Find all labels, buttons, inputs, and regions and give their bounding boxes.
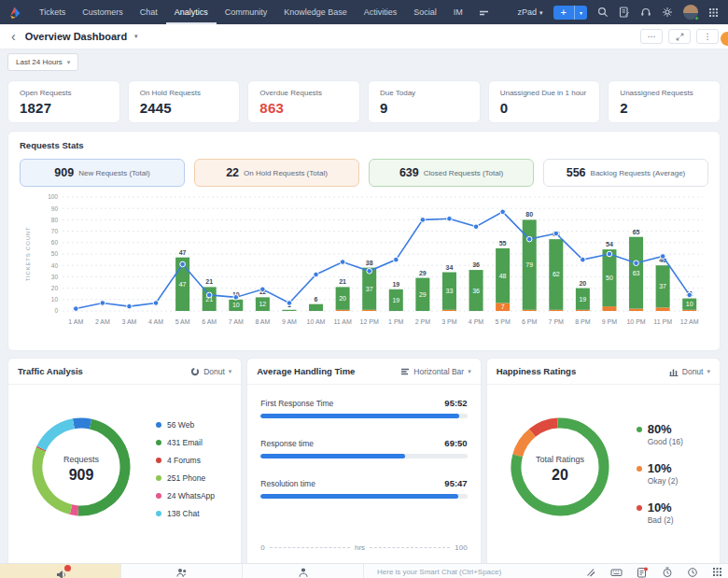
panel-title: Average Handling Time <box>257 366 355 376</box>
back-button[interactable]: ‹ <box>9 30 18 43</box>
svg-text:10 AM: 10 AM <box>307 318 326 325</box>
rating-legend-okay-2-[interactable]: 10%Okay (2) <box>637 461 683 486</box>
pill-value: 556 <box>567 166 586 179</box>
traffic-analysis-panel: Traffic Analysis Donut ▾ Requests909 56 … <box>7 358 242 563</box>
svg-text:36: 36 <box>472 261 480 268</box>
chart-type-selector[interactable]: Donut ▾ <box>190 367 231 376</box>
chart-type-selector[interactable]: Horizontal Bar ▾ <box>400 367 470 376</box>
svg-text:10: 10 <box>232 302 240 308</box>
more-options-button[interactable]: ⋯ <box>640 29 663 44</box>
headset-icon[interactable] <box>640 7 651 18</box>
svg-text:37: 37 <box>659 283 666 289</box>
zia-icon[interactable] <box>585 567 596 578</box>
stat-pill-new-requests-total-[interactable]: 909New Requests (Total) <box>20 159 185 187</box>
chart-type-selector[interactable]: Donut ▾ <box>669 367 710 376</box>
visitor-icon <box>298 567 309 578</box>
rating-legend-bad-2-[interactable]: 10%Bad (2) <box>637 500 683 525</box>
assist-fab[interactable] <box>721 32 728 46</box>
stat-pill-closed-requests-total-[interactable]: 639Closed Requests (Total) <box>369 159 534 187</box>
settings-icon[interactable] <box>662 7 673 18</box>
legend-text: 4 Forums <box>167 456 201 465</box>
kpi-card-unassigned-requests[interactable]: Unassigned Requests2 <box>608 80 721 123</box>
workspace-switcher[interactable]: zPad ▾ <box>518 7 543 17</box>
chevron-down-icon: ▾ <box>574 6 587 20</box>
svg-text:62: 62 <box>553 271 560 277</box>
nav-item-chat[interactable]: Chat <box>132 0 166 24</box>
announcements-tab[interactable] <box>0 564 121 578</box>
chevron-down-icon: ▾ <box>539 9 543 16</box>
agents-tab[interactable] <box>121 564 243 578</box>
chevron-down-icon[interactable]: ▾ <box>134 33 138 40</box>
legend-item-56-web[interactable]: 56 Web <box>156 420 215 430</box>
happiness-legend: 80%Good (16)10%Okay (2)10%Bad (2) <box>637 405 683 525</box>
rating-legend-good-16-[interactable]: 80%Good (16) <box>637 422 683 446</box>
legend-item-251-phone[interactable]: 251 Phone <box>156 473 215 483</box>
svg-text:90: 90 <box>51 205 59 212</box>
svg-text:21: 21 <box>339 278 346 285</box>
svg-text:2 PM: 2 PM <box>415 318 431 325</box>
legend-dot <box>156 511 161 516</box>
kpi-card-open-requests[interactable]: Open Requests1827 <box>7 80 120 123</box>
kpi-card-overdue-requests[interactable]: Overdue Requests863 <box>247 80 360 123</box>
legend-item-138-chat[interactable]: 138 Chat <box>156 509 215 518</box>
rating-label: Okay (2) <box>648 476 683 486</box>
kpi-card-unassigned-due-in-1-hour[interactable]: Unassigned Due in 1 hour0 <box>488 80 601 123</box>
nav-more-icon[interactable] <box>471 7 497 18</box>
feedback-icon[interactable] <box>619 7 630 18</box>
nav-item-analytics[interactable]: Analytics <box>166 0 217 24</box>
bar-fill <box>260 494 458 499</box>
svg-text:20: 20 <box>552 467 568 483</box>
expand-button[interactable] <box>668 29 691 44</box>
rating-percent: 80% <box>648 422 672 436</box>
metric-value: 69:50 <box>444 438 467 448</box>
svg-text:70: 70 <box>51 228 59 234</box>
nav-item-community[interactable]: Community <box>217 0 276 24</box>
handling-row-first-response-time: First Response Time95:52 <box>260 398 467 418</box>
smart-chat-input[interactable]: Here is your Smart Chat (Ctrl+Space) <box>364 564 585 578</box>
chart-type-label: Donut <box>682 367 704 376</box>
kpi-card-due-today[interactable]: Due Today9 <box>368 80 481 123</box>
stat-pill-on-hold-requests-total-[interactable]: 22On Hold Requests (Total) <box>194 159 359 187</box>
handling-row-head: First Response Time95:52 <box>260 398 467 408</box>
avatar[interactable] <box>683 5 698 20</box>
svg-text:100: 100 <box>48 193 58 200</box>
legend-item-24-whatsapp[interactable]: 24 WhatsApp <box>156 491 215 500</box>
quick-add-button[interactable]: + ▾ <box>553 6 587 20</box>
nav-item-im[interactable]: IM <box>445 0 471 24</box>
search-icon[interactable] <box>597 7 609 18</box>
nav-item-tickets[interactable]: Tickets <box>31 0 74 24</box>
nav-item-activities[interactable]: Activities <box>356 0 406 24</box>
legend-item-4-forums[interactable]: 4 Forums <box>156 456 215 465</box>
nav-item-knowledge-base[interactable]: Knowledge Base <box>275 0 356 24</box>
svg-text:Total Ratings: Total Ratings <box>536 455 585 464</box>
chevron-down-icon: ▾ <box>707 368 710 374</box>
keyboard-icon[interactable] <box>610 567 623 578</box>
rating-top: 80% <box>637 422 683 436</box>
kebab-menu-button[interactable]: ⋮ <box>696 29 719 44</box>
app-logo[interactable] <box>7 6 21 20</box>
legend-text: 431 Email <box>167 438 203 447</box>
nav-item-social[interactable]: Social <box>405 0 445 24</box>
top-navigation: TicketsCustomersChatAnalyticsCommunityKn… <box>0 0 728 24</box>
apps-grid-icon[interactable] <box>708 7 719 18</box>
svg-text:19: 19 <box>579 296 586 303</box>
requests-stats-chart: 0102030405060708090100TICKETS COUNT1 AM2… <box>20 190 708 343</box>
svg-text:79: 79 <box>525 261 533 268</box>
tasks-icon[interactable] <box>637 567 648 578</box>
svg-text:8 AM: 8 AM <box>255 318 270 325</box>
apps-icon[interactable] <box>712 567 722 577</box>
svg-text:65: 65 <box>633 229 640 235</box>
kpi-label: Unassigned Requests <box>620 89 708 97</box>
history-icon[interactable] <box>687 567 698 578</box>
timer-icon[interactable] <box>662 567 673 578</box>
nav-item-customers[interactable]: Customers <box>74 0 132 24</box>
panel-header: Traffic Analysis Donut ▾ <box>8 359 241 385</box>
time-range-filter[interactable]: Last 24 Hours ▾ <box>7 53 78 71</box>
handling-row-head: Response time69:50 <box>260 438 467 448</box>
legend-item-431-email[interactable]: 431 Email <box>156 438 215 447</box>
visitors-tab[interactable] <box>243 564 364 578</box>
kpi-card-on-hold-requests[interactable]: On Hold Requests2445 <box>128 80 241 123</box>
svg-text:30: 30 <box>51 274 59 280</box>
stat-pill-backlog-requests-average-[interactable]: 556Backlog Requests (Average) <box>543 159 708 187</box>
svg-text:1 AM: 1 AM <box>68 318 83 325</box>
